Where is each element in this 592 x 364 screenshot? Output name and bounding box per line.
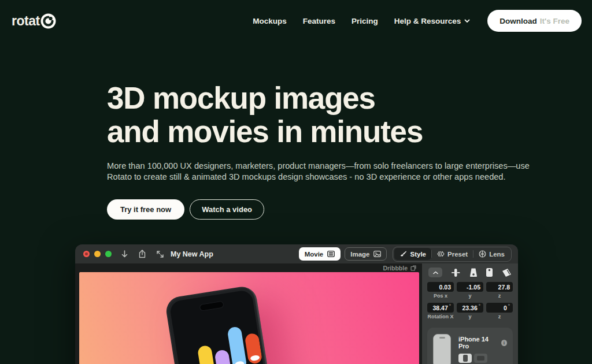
document-title: My New App <box>171 250 213 258</box>
nav-features[interactable]: Features <box>303 17 335 25</box>
rot-x-label: Rotation X <box>427 314 454 320</box>
inspector-tabs: Style Preset Lens <box>393 247 512 262</box>
portrait-toggle[interactable] <box>458 354 472 363</box>
logo-text: rotat <box>12 13 40 29</box>
movie-mode-button[interactable]: Movie <box>299 247 341 261</box>
close-window-button[interactable] <box>83 251 90 257</box>
window-titlebar: My New App Movie Image <box>75 244 518 263</box>
canvas-area: Dribbble <box>75 263 422 364</box>
page-title: 3D mockup images and movies in minutes <box>107 81 592 148</box>
tab-lens[interactable]: Lens <box>473 248 510 260</box>
device-name: iPhone 14 Pro <box>458 336 497 350</box>
chevron-up-icon <box>433 271 438 274</box>
tab-style[interactable]: Style <box>394 248 431 260</box>
main-nav: Mockups Features Pricing Help & Resource… <box>253 17 470 25</box>
pos-z-input[interactable]: 27.8 <box>486 282 513 292</box>
window-content: Dribbble <box>75 263 518 364</box>
app-icon-pill <box>227 326 247 364</box>
rotation-controls: 38.47 ° 23.36 ° 0 ° Rotation X y z <box>427 303 513 320</box>
chevron-down-icon <box>464 19 470 23</box>
rot-z-input[interactable]: 0 ° <box>486 303 513 313</box>
watch-video-button[interactable]: Watch a video <box>190 199 264 220</box>
try-free-button[interactable]: Try it free now <box>107 199 184 220</box>
layer-label[interactable]: Dribbble <box>383 265 416 272</box>
nav-mockups[interactable]: Mockups <box>253 17 287 25</box>
position-controls: 0.03 -1.05 27.8 Pos x y z <box>427 282 513 299</box>
zoom-window-button[interactable] <box>105 251 112 257</box>
dynamic-island <box>199 301 224 311</box>
rot-y-label: y <box>457 314 483 320</box>
landscape-toggle[interactable] <box>474 354 487 363</box>
site-header: rotat Mockups Features Pricing Help & Re… <box>0 0 592 32</box>
cta-row: Try it free now Watch a video <box>107 199 592 220</box>
pos-z-label: z <box>486 293 513 299</box>
download-sublabel: It's Free <box>540 17 569 25</box>
orientation-toggle <box>458 354 507 363</box>
hero-section: 3D mockup images and movies in minutes M… <box>107 81 592 220</box>
device-thumbnail[interactable] <box>433 334 451 364</box>
titlebar-actions <box>121 250 164 258</box>
rot-z-label: z <box>486 314 513 320</box>
device-front-view-icon[interactable] <box>486 268 493 277</box>
style-brush-icon <box>399 250 407 258</box>
tab-preset[interactable]: Preset <box>432 248 473 260</box>
phone-screen <box>169 289 280 364</box>
device-angled-view-icon[interactable] <box>501 268 512 277</box>
iphone-mockup[interactable] <box>164 285 284 364</box>
lens-aperture-icon <box>479 250 486 258</box>
minimize-window-button[interactable] <box>94 251 101 257</box>
download-button[interactable]: Download It's Free <box>487 10 582 32</box>
nav-pricing[interactable]: Pricing <box>352 17 378 25</box>
download-arrow-icon[interactable] <box>121 250 128 258</box>
app-icon-pill <box>197 345 217 364</box>
logo-dial-icon <box>40 13 56 29</box>
image-icon <box>373 251 381 257</box>
app-window: My New App Movie Image <box>75 244 518 364</box>
preset-layers-icon <box>437 250 445 258</box>
device-side-view-icon[interactable] <box>450 268 461 277</box>
expand-icon[interactable] <box>156 250 164 258</box>
pos-x-input[interactable]: 0.03 <box>427 282 454 292</box>
pos-y-label: y <box>457 293 483 299</box>
inspector-panel: 0.03 -1.05 27.8 Pos x y z 38.47 ° 23.36 … <box>422 263 518 364</box>
rotato-logo[interactable]: rotat <box>12 13 56 29</box>
collapse-panel-button[interactable] <box>428 268 442 277</box>
hero-subtitle: More than 100,000 UX designers, marketer… <box>107 161 592 183</box>
device-card: iPhone 14 Pro i Change Scene <box>427 328 513 364</box>
traffic-lights <box>83 251 112 257</box>
orientation-presets <box>427 268 513 277</box>
download-label: Download <box>500 17 537 25</box>
mockup-canvas[interactable] <box>79 272 419 364</box>
rot-x-input[interactable]: 38.47 ° <box>427 303 454 313</box>
degree-symbol: ° <box>449 303 451 309</box>
pos-y-input[interactable]: -1.05 <box>457 282 483 292</box>
app-icon-pill <box>245 333 263 364</box>
info-icon[interactable]: i <box>501 340 507 346</box>
image-mode-button[interactable]: Image <box>345 247 387 261</box>
share-icon[interactable] <box>138 250 146 258</box>
degree-symbol: ° <box>479 303 480 309</box>
device-tilt-forward-icon[interactable] <box>469 268 478 277</box>
nav-help-resources[interactable]: Help & Resources <box>394 17 471 25</box>
rot-y-input[interactable]: 23.36 ° <box>457 303 483 313</box>
layer-popout-icon <box>410 265 416 271</box>
pos-x-label: Pos x <box>427 293 454 299</box>
movie-icon <box>327 251 335 257</box>
degree-symbol: ° <box>508 303 510 309</box>
